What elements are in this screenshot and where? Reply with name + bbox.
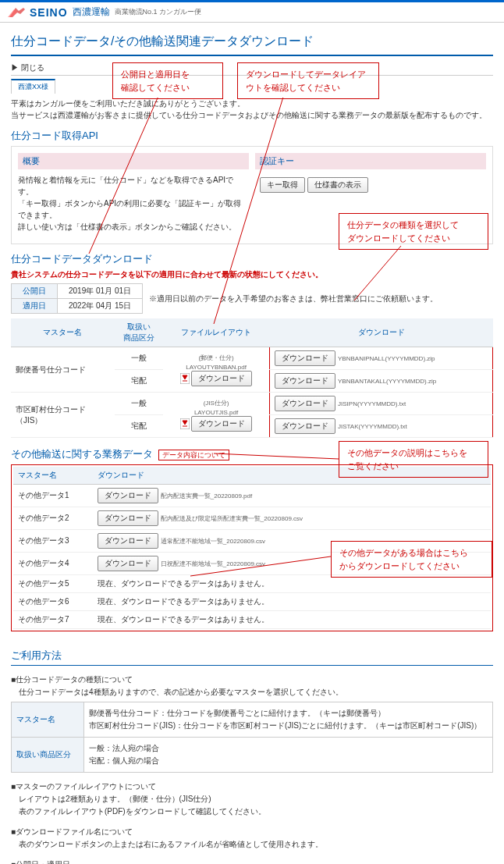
tagline: 商業物流No.1 カンガルー便 (115, 7, 202, 17)
layout-dl-button[interactable]: ダウンロード (191, 371, 252, 386)
dl-button[interactable]: ダウンロード (98, 533, 158, 549)
api-key-header: 認証キー (255, 153, 486, 169)
brand-text: SEINO (30, 6, 68, 19)
page-title: 仕分コードデータ/その他輸送関連データダウンロード (11, 30, 493, 56)
download-notice: 貴社システムの仕分コードデータを以下の適用日に合わせて最新の状態にしてください。 (11, 269, 493, 280)
api-title: 仕分コード取得API (11, 129, 493, 143)
dl-button[interactable]: ダウンロード (98, 510, 158, 526)
dl-button[interactable]: ダウンロード (275, 350, 335, 366)
other-table: マスター名ダウンロード その他データ1ダウンロード 配内配送実費一覧_20220… (13, 467, 491, 629)
api-summary-header: 概要 (18, 153, 249, 169)
close-button[interactable]: ▶ 閉じる (11, 62, 44, 73)
get-key-button[interactable]: キー取得 (260, 177, 305, 193)
dl-button[interactable]: ダウンロード (275, 396, 335, 411)
about-data-link[interactable]: データ内容について (158, 450, 229, 460)
other-title: その他輸送に関する業務データ データ内容について (11, 447, 493, 461)
intro-text: 平素はカンガルー便をご利用いただき誠にありがとうございます。 当サービスは西濃運… (11, 98, 493, 121)
usage-section: ■仕分コードデータの種類について 仕分コードデータは4種類ありますので、表の記述… (11, 674, 493, 864)
pdf-icon (180, 418, 190, 429)
layout-dl-button[interactable]: ダウンロード (191, 416, 252, 432)
usage-title: ご利用方法 (11, 649, 493, 666)
api-summary: 発情報と着情報を元に「仕分コード」などを取得できるAPIです。 「キー取得」ボタ… (18, 174, 249, 233)
date-table: 公開日2019年 01月 01日 適用日2022年 04月 15日 (11, 283, 143, 314)
download-title: 仕分コードデータダウンロード (11, 252, 493, 266)
master-table: マスター名 取扱い 商品区分 ファイルレイアウト ダウンロード 郵便番号仕分コー… (11, 318, 493, 438)
site-header: SEINO 西濃運輸 商業物流No.1 カンガルー便 (0, 2, 504, 23)
kangaroo-icon (8, 6, 27, 19)
dl-button[interactable]: ダウンロード (275, 373, 335, 389)
brand-jp: 西濃運輸 (73, 5, 110, 19)
customer-tab[interactable]: 西濃XX様 (11, 79, 55, 94)
show-spec-button[interactable]: 仕様書の表示 (307, 177, 368, 193)
logo: SEINO (8, 6, 68, 19)
dl-button[interactable]: ダウンロード (275, 418, 335, 434)
pdf-icon (180, 373, 190, 384)
date-note: ※適用日以前のデータを入手希望のお客さまは、弊社営業窓口にご依頼願います。 (149, 293, 438, 304)
dl-button[interactable]: ダウンロード (98, 488, 158, 503)
dl-button[interactable]: ダウンロード (98, 556, 158, 571)
